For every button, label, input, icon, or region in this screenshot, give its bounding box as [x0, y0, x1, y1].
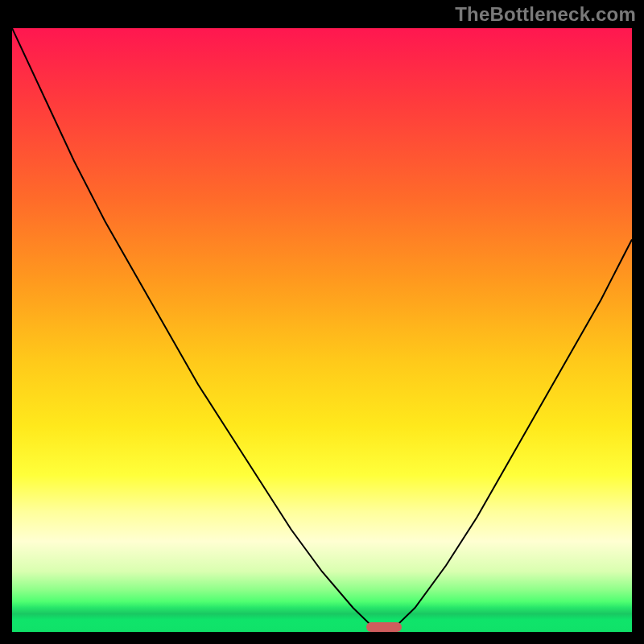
optimum-marker	[366, 622, 402, 632]
bottleneck-curve	[12, 28, 632, 632]
watermark-text: TheBottleneck.com	[455, 3, 636, 26]
chart-frame: TheBottleneck.com	[0, 0, 644, 644]
